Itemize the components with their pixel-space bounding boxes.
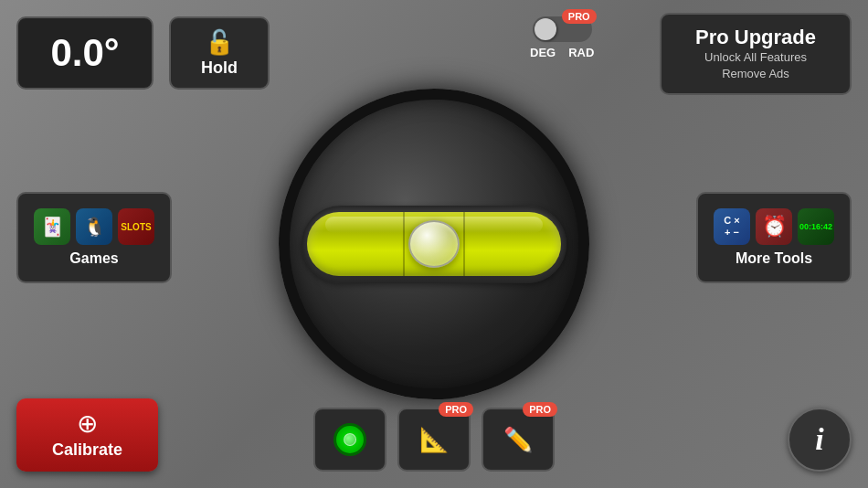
protractor-pro-badge: PRO	[439, 402, 473, 417]
bubble	[408, 220, 460, 268]
info-button[interactable]: i	[788, 408, 852, 472]
timer-display: 00:16:42	[799, 222, 832, 231]
deg-rad-toggle[interactable]: PRO	[533, 16, 592, 42]
pointer-pro-badge: PRO	[523, 402, 557, 417]
deg-rad-toggle-wrapper: PRO	[533, 16, 592, 42]
more-tools-widget[interactable]: C ×+ − ⏰ 00:16:42 More Tools	[696, 192, 852, 283]
alarm-icon: ⏰	[756, 208, 792, 245]
angle-display: 0.0°	[16, 16, 153, 90]
rad-label: RAD	[568, 46, 594, 59]
bottom-toolbar: PRO 📐 PRO ✏️	[313, 408, 555, 472]
calibrate-label: Calibrate	[52, 440, 122, 460]
pro-badge-toggle: PRO	[562, 9, 597, 24]
protractor-icon: 📐	[419, 426, 449, 454]
tools-icons-row: C ×+ − ⏰ 00:16:42	[714, 208, 834, 245]
vial-tick-left	[403, 212, 405, 276]
more-tools-label: More Tools	[736, 250, 812, 267]
deg-rad-labels: DEG RAD	[530, 46, 594, 59]
penguin-game-icon: 🐧	[76, 208, 112, 245]
games-widget[interactable]: 🃏 🐧 SLOTS Games	[16, 192, 172, 283]
calculator-icon: C ×+ −	[714, 208, 750, 245]
timer-icon: 00:16:42	[798, 208, 834, 245]
info-icon: i	[815, 422, 823, 457]
pro-upgrade-line2: Remove Ads	[722, 66, 789, 82]
lock-icon: 🔓	[205, 28, 234, 57]
games-icons-row: 🃏 🐧 SLOTS	[34, 208, 154, 245]
pointer-button[interactable]: PRO ✏️	[482, 408, 555, 472]
pointer-icon: ✏️	[503, 426, 533, 454]
games-label: Games	[69, 250, 118, 267]
deg-label: DEG	[530, 46, 556, 59]
protractor-button[interactable]: PRO 📐	[397, 408, 471, 472]
pro-upgrade-line1: Unlock All Features	[704, 49, 807, 66]
hold-label: Hold	[201, 58, 238, 78]
pro-upgrade-button[interactable]: Pro Upgrade Unlock All Features Remove A…	[660, 13, 852, 95]
deg-rad-toggle-container: PRO DEG RAD	[530, 16, 594, 59]
pro-upgrade-title: Pro Upgrade	[695, 26, 816, 49]
hold-button[interactable]: 🔓 Hold	[169, 16, 270, 90]
slots-game-icon: SLOTS	[118, 208, 154, 245]
vial-outer	[302, 206, 566, 283]
vial-inner	[307, 212, 561, 276]
bubble-inner-dot	[344, 433, 356, 446]
angle-value: 0.0°	[50, 31, 119, 75]
toggle-thumb	[535, 18, 556, 40]
calibrate-button[interactable]: ⊕ Calibrate	[16, 398, 158, 472]
cards-game-icon: 🃏	[34, 208, 70, 245]
calibrate-icon: ⊕	[77, 411, 98, 437]
slots-label: SLOTS	[121, 222, 151, 232]
bubble-level-button[interactable]	[313, 408, 386, 472]
spirit-level-circle	[279, 89, 589, 399]
vial-tick-right	[463, 212, 465, 276]
bubble-level-icon	[333, 423, 366, 456]
